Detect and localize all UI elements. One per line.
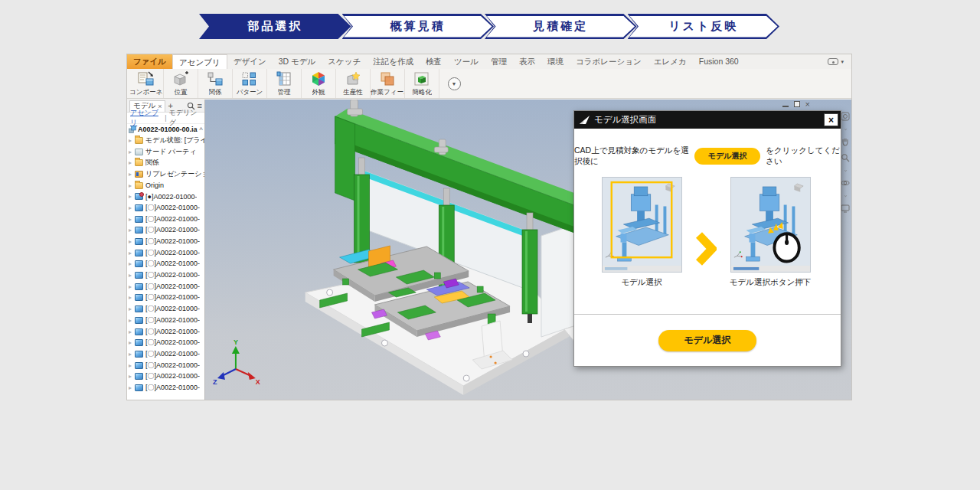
caret-down-icon[interactable]: [844, 169, 846, 172]
ribbon-tab[interactable]: ツール: [448, 54, 485, 69]
expand-arrow-icon[interactable]: ▸: [129, 283, 135, 290]
tree-item[interactable]: ▸ モデル状態: [プライマ: [127, 135, 204, 146]
tree-item[interactable]: ▸ [〇]A0022-01000-: [127, 225, 204, 237]
zoom-magnifier-icon[interactable]: [841, 153, 850, 162]
tree-item[interactable]: ▸ [〇]A0022-01000-: [127, 236, 204, 247]
tree-item[interactable]: ▸ [〇]A0022-01000-: [127, 247, 204, 259]
restore-icon[interactable]: [794, 101, 800, 107]
ribbon-button-manage[interactable]: 管理: [267, 69, 302, 98]
ribbon-tab[interactable]: 注記を作成: [367, 54, 420, 69]
expand-arrow-icon[interactable]: ▸: [129, 362, 135, 369]
mini-model-image: [603, 178, 681, 272]
tree-item[interactable]: ▸ Origin: [127, 180, 204, 191]
ribbon-tab[interactable]: ファイル: [127, 54, 172, 69]
expand-arrow-icon[interactable]: ▸: [129, 182, 135, 189]
orbit-icon[interactable]: [841, 178, 850, 188]
expand-arrow-icon[interactable]: ▸: [129, 137, 135, 144]
expand-arrow-icon[interactable]: ▸: [129, 305, 135, 312]
expand-arrow-icon[interactable]: ▸: [129, 373, 135, 380]
axis-x-label: X: [256, 378, 260, 386]
expand-arrow-icon[interactable]: ▸: [129, 216, 135, 223]
ribbon-tab[interactable]: デザイン: [227, 54, 273, 69]
ribbon-tab[interactable]: 環境: [541, 54, 570, 69]
expand-arrow-icon[interactable]: ▸: [129, 260, 135, 267]
expand-arrow-icon[interactable]: ▸: [129, 351, 135, 358]
tree-item[interactable]: ▸ [〇]A0022-01000-: [127, 348, 204, 360]
tree-item[interactable]: ▸ [〇]A0022-01000-: [127, 337, 204, 348]
tree-item[interactable]: ▸ [〇]A0022-01000-: [127, 360, 204, 371]
ribbon-tab[interactable]: スケッチ: [322, 54, 367, 69]
pan-hand-icon[interactable]: [841, 137, 850, 146]
workflow-step[interactable]: 見積確定: [485, 14, 637, 39]
zoom-all-icon[interactable]: [841, 112, 850, 121]
tree-root-node[interactable]: A0022-01000-00.ia ^: [127, 124, 204, 135]
tree-item[interactable]: ▸ [〇]A0022-01000-: [127, 326, 204, 338]
tree-item[interactable]: ▸ [〇]A0022-01000-: [127, 214, 204, 225]
dialog-title-bar[interactable]: モデル選択画面 ×: [574, 111, 841, 129]
model-select-button[interactable]: モデル選択: [658, 330, 756, 351]
ribbon-tab[interactable]: エレメカ: [648, 54, 693, 69]
expand-arrow-icon[interactable]: ▸: [129, 171, 135, 178]
expand-arrow-icon[interactable]: ▸: [129, 317, 135, 324]
ribbon-button-productivity[interactable]: 生産性: [336, 69, 371, 98]
tree-item[interactable]: ▸ [〇]A0022-01000-: [127, 202, 204, 214]
ribbon-tab[interactable]: アセンブリ: [172, 54, 227, 69]
tree-item[interactable]: ▸ リプレゼンテーション: [127, 168, 204, 180]
tree-item[interactable]: ▸ [〇]A0022-01000-: [127, 259, 204, 270]
expand-arrow-icon[interactable]: ▸: [129, 227, 135, 234]
expand-arrow-icon[interactable]: ▸: [129, 339, 135, 346]
workflow-step[interactable]: リスト反映: [628, 14, 780, 39]
tree-item[interactable]: ▸ [〇]A0022-01000-: [127, 270, 204, 281]
ribbon-tab[interactable]: 3D モデル: [273, 54, 322, 69]
expand-arrow-icon[interactable]: ▸: [129, 193, 135, 200]
ribbon-button-work-features[interactable]: 作業フィー...: [371, 69, 405, 98]
ribbon-button-appearance[interactable]: 外観: [302, 69, 336, 98]
expand-arrow-icon[interactable]: ▸: [129, 328, 135, 335]
ribbon-toolbar: コンポーネ... 位置 関係: [127, 69, 851, 99]
expand-arrow-icon[interactable]: ▸: [129, 294, 135, 301]
dialog-close-button[interactable]: ×: [824, 113, 838, 126]
expand-arrow-icon[interactable]: ▸: [129, 159, 135, 166]
ribbon-switcher[interactable]: ▾: [828, 54, 851, 69]
tree-item[interactable]: ▸ [〇]A0022-01000-: [127, 315, 204, 326]
ribbon-tab[interactable]: Fusion 360: [693, 54, 745, 69]
tree-item[interactable]: ▸ [〇]A0022-01000-: [127, 371, 204, 382]
tree-item-label: [〇]A0022-01000-: [145, 304, 200, 314]
workflow-step[interactable]: 概算見積: [342, 14, 495, 39]
tree-item[interactable]: ▸ [〇]A0022-01000-: [127, 382, 204, 394]
ribbon-button-simplify[interactable]: 簡略化: [405, 69, 439, 98]
caret-down-icon[interactable]: [844, 128, 846, 130]
expand-arrow-icon[interactable]: ▸: [129, 204, 135, 211]
expand-arrow-icon[interactable]: ▸: [129, 238, 135, 245]
expand-arrow-icon[interactable]: ▸: [129, 272, 135, 279]
look-at-icon[interactable]: [841, 204, 850, 213]
ribbon-tab[interactable]: コラボレーション: [570, 54, 648, 69]
ribbon-button-component[interactable]: コンポーネ...: [129, 69, 164, 98]
tree-item-label: [〇]A0022-01000-: [145, 338, 200, 348]
minimize-icon[interactable]: [782, 102, 789, 107]
caret-down-icon[interactable]: [844, 194, 846, 197]
workflow-step[interactable]: 部品選択: [199, 14, 351, 39]
ribbon-tab[interactable]: 表示: [513, 54, 541, 69]
ribbon-collapse-button[interactable]: ▼: [439, 69, 469, 98]
expand-arrow-icon[interactable]: ▸: [129, 384, 135, 391]
pattern-icon: [240, 70, 259, 87]
simplify-icon: [413, 70, 431, 87]
ribbon-tab[interactable]: 検査: [420, 54, 448, 69]
ribbon-button-position[interactable]: 位置: [164, 69, 198, 98]
expand-arrow-icon[interactable]: ▸: [129, 149, 135, 155]
tree-item[interactable]: ▸ [〇]A0022-01000-: [127, 303, 204, 315]
expand-arrow-icon[interactable]: ▸: [129, 250, 135, 256]
ribbon-tab-bar: ファイル アセンブリ デザイン 3D モデル スケッチ 注記を作成 検査 ツール…: [127, 54, 851, 69]
tree-item[interactable]: ▸ 関係: [127, 157, 204, 168]
tree-item[interactable]: ▸ [〇]A0022-01000-: [127, 281, 204, 292]
tree-item-label: [〇]A0022-01000-: [145, 214, 200, 224]
ribbon-button-relations[interactable]: 関係: [198, 69, 233, 98]
ribbon-button-pattern[interactable]: パターン: [233, 69, 267, 98]
close-icon[interactable]: ×: [805, 100, 810, 108]
ribbon-tab[interactable]: 管理: [485, 54, 513, 69]
tree-item[interactable]: ▸ [〇]A0022-01000-: [127, 292, 204, 304]
collapse-icon[interactable]: ^: [199, 126, 203, 133]
tree-item[interactable]: ▸ [●]A0022-01000-: [127, 191, 204, 202]
tree-item[interactable]: ▸ サード パーティ: [127, 146, 204, 158]
